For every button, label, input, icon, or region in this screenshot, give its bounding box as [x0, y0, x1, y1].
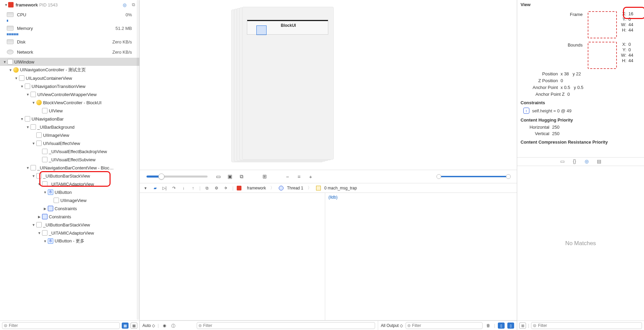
grid-icon[interactable]: ⊞	[261, 174, 268, 179]
bc-thread[interactable]: Thread 1	[287, 186, 303, 190]
attributes-tab-icon[interactable]: ▤	[596, 159, 602, 165]
refresh-icon[interactable]: ◎	[121, 1, 128, 8]
disclosure-triangle[interactable]: ▼	[32, 100, 36, 105]
clip-icon[interactable]: ▭	[215, 174, 222, 179]
step-out-icon[interactable]: ↑	[190, 186, 196, 190]
grid-view-toggle[interactable]: ⊞	[519, 323, 526, 329]
disclosure-triangle[interactable]: ▼	[32, 174, 36, 178]
bc-frame[interactable]: 0 mach_msg_trap	[324, 186, 357, 190]
disclosure-triangle[interactable]	[32, 133, 36, 137]
tree-row[interactable]: ▼UINavigationController - 测试主页	[0, 66, 139, 74]
scrollbar[interactable]	[137, 0, 139, 320]
breakpoint-tag-icon[interactable]: ▰	[152, 186, 158, 190]
output-scope[interactable]: All Output ◇	[381, 323, 403, 328]
console-pane[interactable]: (lldb)	[325, 193, 517, 320]
tree-row[interactable]: _UIVisualEffectBackdropView	[0, 147, 139, 155]
network-metric[interactable]: Network Zero KB/s	[0, 47, 139, 57]
tree-row[interactable]: UIImageView	[0, 131, 139, 139]
split-icon[interactable]: ⧉	[130, 1, 137, 8]
tree-row[interactable]: ▼_UINavigationBarContentView - Bloc…	[0, 164, 139, 172]
info-icon[interactable]: ⓘ	[170, 323, 176, 328]
tree-row[interactable]: ▼_UIButtonBarStackView	[0, 172, 139, 180]
disclosure-triangle[interactable]: ▼	[32, 141, 36, 145]
bounds-diagram	[588, 42, 617, 69]
show-constraints-toggle[interactable]: ▦	[131, 323, 137, 329]
disclosure-triangle[interactable]	[37, 109, 41, 113]
disclosure-triangle[interactable]: ▼	[20, 117, 24, 121]
disclosure-triangle[interactable]: ▼	[8, 68, 13, 72]
disk-metric[interactable]: Disk Zero KB/s	[0, 37, 139, 47]
tree-row[interactable]: ▼UIViewControllerWrapperView	[0, 90, 139, 98]
disclosure-triangle[interactable]: ▼	[26, 125, 30, 129]
tree-row[interactable]: _UIVisualEffectSubview	[0, 155, 139, 164]
disclosure-triangle[interactable]	[37, 149, 41, 153]
tree-row[interactable]: ▼UIVisualEffectView	[0, 139, 139, 147]
tree-row[interactable]: ▼UIWindow	[0, 58, 139, 66]
variables-pane[interactable]	[140, 193, 325, 320]
step-over-icon[interactable]: ↷	[171, 186, 177, 190]
memory-metric[interactable]: Memory 51.2 MB	[0, 23, 139, 33]
tree-row[interactable]: ▼_UIButtonBarStackView	[0, 221, 139, 229]
disclosure-triangle[interactable]: ▼	[43, 190, 47, 194]
console-filter[interactable]: ⊜	[406, 322, 483, 329]
tree-row[interactable]: ▼_UIBarBackground	[0, 123, 139, 131]
zoom-in-icon[interactable]: +	[307, 174, 314, 179]
variables-filter[interactable]: ⊜	[197, 322, 375, 329]
constraint-item[interactable]: ↕ self.height = 0 @ 49	[517, 107, 644, 115]
zoom-reset-icon[interactable]: =	[296, 174, 303, 179]
left-panel-toggle[interactable]: ▯	[498, 323, 505, 329]
cpu-metric[interactable]: CPU 0%	[0, 10, 139, 20]
tree-row[interactable]: ▼BUIButton - 更多	[0, 237, 139, 245]
right-panel-toggle[interactable]: ▯	[507, 323, 514, 329]
tree-row[interactable]: UIImageView	[0, 196, 139, 204]
bc-app[interactable]: framework	[247, 186, 266, 190]
disclosure-triangle[interactable]: ▼	[37, 182, 41, 186]
tree-row[interactable]: UIView	[0, 107, 139, 115]
disclosure-triangle[interactable]: ▼	[3, 60, 7, 64]
chevron-down-icon[interactable]: ▼	[4, 3, 8, 7]
continue-icon[interactable]: ▷|	[161, 186, 168, 190]
disclosure-triangle[interactable]: ▼	[37, 231, 41, 235]
inspector-filter[interactable]: ⊜	[531, 322, 642, 329]
show-views-toggle[interactable]: ▦	[122, 323, 129, 329]
disclosure-triangle[interactable]: ▶	[37, 215, 41, 219]
wireframe-icon[interactable]: ▣	[227, 174, 233, 179]
size-tab-icon[interactable]: ◎	[584, 159, 590, 165]
tree-label: UIViewControllerWrapperView	[37, 92, 97, 97]
tree-row[interactable]: ▼UINavigationTransitionView	[0, 82, 139, 90]
tree-row[interactable]: ▼UINavigationBar	[0, 115, 139, 123]
disclosure-triangle[interactable]: ▼	[43, 239, 47, 243]
step-into-icon[interactable]: ↓	[180, 186, 187, 190]
disclosure-triangle[interactable]: ▼	[20, 84, 24, 88]
navigator-filter[interactable]: ⊜	[2, 322, 120, 329]
file-tab-icon[interactable]: ▭	[559, 159, 565, 165]
tree-row[interactable]: ▼BUIButton	[0, 188, 139, 196]
disclosure-triangle[interactable]: ▼	[32, 223, 36, 227]
debug-memory-icon[interactable]: ⚙	[213, 186, 219, 190]
disclosure-triangle[interactable]: ▼	[26, 166, 30, 170]
zoom-slider[interactable]	[147, 176, 208, 178]
identity-tab-icon[interactable]: {}	[571, 159, 578, 165]
view-hierarchy-tree[interactable]: ▼UIWindow▼UINavigationController - 测试主页▼…	[0, 57, 139, 330]
tree-row[interactable]: ▶Constraints	[0, 213, 139, 221]
tree-row[interactable]: ▼UILayoutContainerView	[0, 74, 139, 82]
disclosure-triangle[interactable]: ▶	[43, 206, 47, 210]
zoom-out-icon[interactable]: −	[284, 174, 291, 179]
view-debugger-canvas[interactable]: UINavigationController BlockUI	[140, 0, 517, 170]
dropdown-icon[interactable]: ▾	[142, 186, 149, 190]
constraints-icon[interactable]: ⧉	[238, 174, 245, 179]
disclosure-triangle[interactable]: ▼	[26, 92, 30, 96]
tree-row[interactable]: ▼BlockViewController - BlockUI	[0, 98, 139, 107]
tree-row[interactable]: ▼_UITAMICAdaptorView	[0, 180, 139, 188]
range-slider[interactable]	[437, 176, 510, 177]
disclosure-triangle[interactable]	[49, 198, 53, 202]
disclosure-triangle[interactable]: ▼	[14, 76, 18, 80]
trash-icon[interactable]: 🗑	[485, 323, 491, 328]
eye-icon[interactable]: ◉	[161, 323, 168, 328]
disclosure-triangle[interactable]	[37, 158, 41, 162]
tree-row[interactable]: ▼_UITAMICAdaptorView	[0, 229, 139, 237]
debug-view-icon[interactable]: ⧉	[204, 186, 210, 190]
location-icon[interactable]: ✈	[223, 186, 229, 190]
scope-auto[interactable]: Auto ◇	[142, 323, 155, 328]
tree-row[interactable]: ▶Constraints	[0, 204, 139, 213]
